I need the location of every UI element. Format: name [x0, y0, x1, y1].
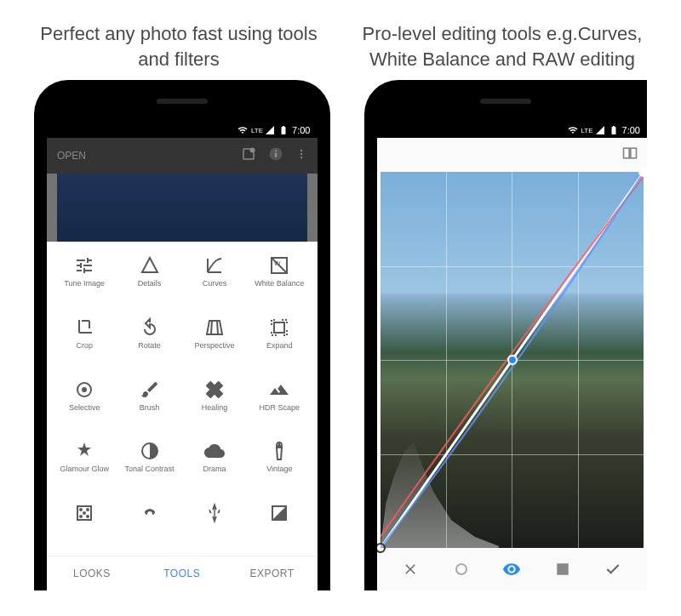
svg-point-16: [80, 516, 82, 517]
tonal-contrast-icon: [140, 441, 160, 461]
tab-export[interactable]: EXPORT: [227, 556, 318, 590]
wifi-icon: [237, 125, 248, 135]
healing-icon: [204, 379, 225, 400]
tool-selective[interactable]: Selective: [52, 376, 117, 433]
svg-rect-3: [275, 151, 277, 152]
tab-tools[interactable]: TOOLS: [137, 556, 227, 590]
tool-healing[interactable]: Healing: [182, 376, 247, 433]
check-icon[interactable]: [604, 560, 622, 579]
tool-grainy-film[interactable]: [52, 499, 117, 556]
phone-speaker: [480, 99, 531, 104]
tool-grunge[interactable]: [182, 499, 247, 556]
app-bar: OPEN: [47, 138, 318, 174]
tool-label: Selective: [69, 404, 100, 419]
status-bar: LTE 7:00: [47, 123, 318, 138]
brush-icon: [140, 379, 160, 400]
tool-brush[interactable]: Brush: [117, 376, 181, 433]
photo-preview[interactable]: [57, 174, 307, 242]
network-label: LTE: [251, 127, 263, 134]
retrolux-icon: [140, 503, 160, 523]
svg-point-15: [87, 509, 89, 510]
tool-expand[interactable]: Expand: [247, 314, 312, 371]
svg-point-4: [300, 150, 301, 151]
svg-point-5: [300, 153, 301, 155]
tool-label: Glamour Glow: [60, 465, 109, 481]
curve-point[interactable]: [507, 355, 518, 365]
svg-point-18: [83, 512, 85, 514]
tool-tonal-contrast[interactable]: Tonal Contrast: [117, 437, 181, 494]
contrast-channel-icon[interactable]: [553, 560, 572, 579]
tool-details[interactable]: Details: [117, 252, 181, 309]
tool-label: Drama: [203, 465, 226, 481]
tool-hdr-scape[interactable]: HDR Scape: [247, 376, 312, 433]
tool-label: Crop: [76, 342, 93, 357]
more-icon[interactable]: [295, 146, 307, 165]
crop-icon: [74, 317, 94, 338]
network-label: LTE: [581, 127, 593, 134]
tool-grid: Tune ImageDetailsCurvesWWhite BalanceCro…: [47, 242, 318, 556]
perspective-icon: [204, 317, 225, 338]
tool-curves[interactable]: Curves: [182, 252, 247, 309]
tool-label: Tune Image: [64, 280, 105, 295]
svg-rect-21: [631, 149, 637, 159]
open-button[interactable]: OPEN: [57, 150, 229, 162]
details-icon: [140, 255, 160, 276]
tool-glamour-glow[interactable]: Glamour Glow: [52, 437, 117, 494]
luminance-channel-icon[interactable]: [452, 560, 471, 579]
grunge-icon: [204, 503, 225, 523]
hdr-scape-icon: [269, 379, 289, 400]
tool-crop[interactable]: Crop: [52, 314, 117, 371]
caption-right: Pro-level editing tools e.g.Curves, Whit…: [358, 21, 647, 71]
tool-tune-image[interactable]: Tune Image: [52, 252, 117, 309]
svg-point-14: [80, 509, 82, 510]
tool-label: White Balance: [255, 280, 304, 295]
wifi-icon: [568, 125, 578, 135]
tab-looks[interactable]: LOOKS: [47, 556, 137, 590]
glamour-glow-icon: [74, 441, 94, 461]
battery-icon: [278, 125, 289, 135]
selective-icon: [74, 379, 94, 400]
curves-canvas[interactable]: [381, 172, 644, 548]
signal-icon: [265, 125, 275, 135]
tool-label: Brush: [140, 404, 160, 419]
tool-retrolux[interactable]: [117, 499, 181, 556]
channel-bar: [377, 548, 648, 590]
phone-speaker: [157, 99, 208, 104]
tool-label: Curves: [203, 280, 227, 295]
tool-drama[interactable]: Drama: [182, 437, 247, 494]
svg-point-11: [83, 388, 86, 391]
tool-black-white[interactable]: [247, 499, 312, 556]
signal-icon: [595, 125, 605, 135]
vintage-icon: [269, 441, 289, 461]
svg-point-17: [87, 516, 89, 517]
black-white-icon: [269, 503, 289, 523]
tool-label: Healing: [202, 404, 228, 419]
tool-perspective[interactable]: Perspective: [182, 314, 247, 371]
curves-icon: [204, 255, 225, 276]
svg-point-0: [249, 148, 255, 153]
rotate-icon: [140, 317, 160, 338]
tool-label: HDR Scape: [260, 404, 300, 419]
curve-point[interactable]: [638, 167, 647, 177]
eye-icon[interactable]: [502, 560, 521, 579]
compare-icon[interactable]: [621, 145, 638, 165]
tool-label: Perspective: [194, 342, 234, 357]
info-icon[interactable]: [268, 146, 283, 165]
top-bar: [377, 138, 648, 172]
grainy-film-icon: [74, 503, 94, 523]
svg-point-6: [300, 157, 301, 158]
tune-image-icon: [74, 255, 94, 276]
tool-vintage[interactable]: Vintage: [247, 437, 312, 494]
drama-icon: [204, 441, 225, 461]
status-time: 7:00: [622, 125, 640, 135]
expand-icon: [269, 317, 289, 338]
tool-rotate[interactable]: Rotate: [117, 314, 181, 371]
stack-icon[interactable]: [241, 146, 256, 165]
close-icon[interactable]: [401, 560, 420, 579]
white-balance-icon: W: [269, 255, 289, 276]
status-bar: LTE 7:00: [377, 123, 648, 138]
phone-frame-left: LTE 7:00 OPEN Tune ImageDetailsCurvesWWh…: [34, 80, 330, 590]
svg-text:W: W: [274, 260, 281, 267]
battery-icon: [609, 125, 619, 135]
tool-white-balance[interactable]: WWhite Balance: [247, 252, 312, 309]
